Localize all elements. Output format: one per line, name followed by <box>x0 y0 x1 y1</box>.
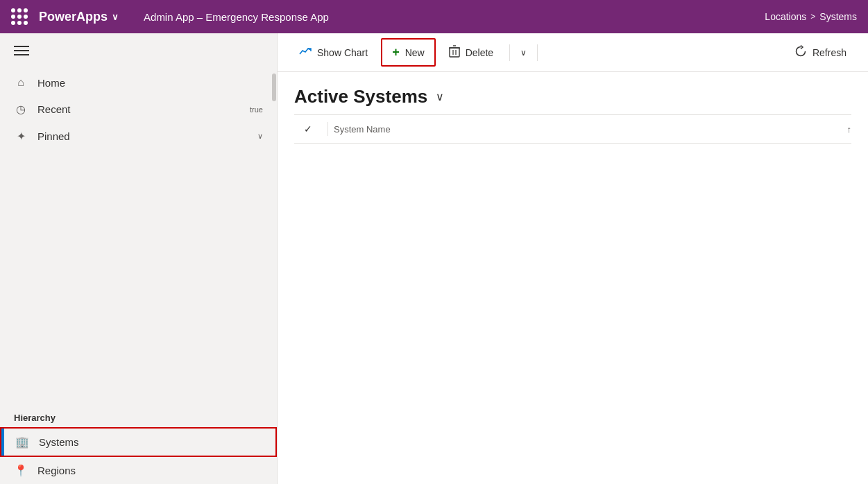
plus-icon: + <box>392 45 400 60</box>
show-chart-button[interactable]: Show Chart <box>289 40 378 66</box>
toolbar-divider-2 <box>537 44 538 61</box>
top-nav: PowerApps ∨ Admin App – Emergency Respon… <box>0 0 868 33</box>
toolbar: Show Chart + New Delete <box>278 33 868 72</box>
systems-label: Systems <box>39 436 79 448</box>
sidebar-nav: ⌂ Home ◷ Recent true ✦ Pinned ∨ <box>0 62 277 401</box>
refresh-icon <box>794 45 807 60</box>
sort-icon[interactable]: ↑ <box>847 124 852 135</box>
brand-chevron: ∨ <box>112 12 119 22</box>
system-name-header-label: System Name <box>334 124 391 135</box>
app-launcher-button[interactable] <box>11 8 28 25</box>
sidebar-item-regions[interactable]: 📍 Regions <box>0 457 277 484</box>
sidebar-item-home[interactable]: ⌂ Home <box>0 69 277 96</box>
dropdown-arrow-button[interactable]: ∨ <box>516 42 531 64</box>
chart-icon <box>299 46 312 60</box>
delete-button[interactable]: Delete <box>439 39 504 67</box>
check-icon: ✓ <box>304 123 312 135</box>
regions-label: Regions <box>37 465 76 476</box>
view-title: Active Systems <box>294 86 427 107</box>
chevron-down-icon: ∨ <box>520 48 527 58</box>
sidebar-item-recent[interactable]: ◷ Recent true <box>0 96 277 123</box>
toolbar-divider <box>509 44 510 61</box>
home-icon: ⌂ <box>14 76 28 89</box>
app-title: Admin App – Emergency Response App <box>144 11 329 23</box>
recent-chevron-icon: true <box>250 105 263 114</box>
active-indicator <box>1 429 4 456</box>
delete-label: Delete <box>466 47 493 58</box>
view-header: Active Systems ∨ <box>278 72 868 114</box>
systems-icon: 🏢 <box>15 435 29 449</box>
sidebar-item-systems[interactable]: 🏢 Systems <box>0 427 277 457</box>
refresh-label: Refresh <box>812 47 846 58</box>
trash-icon <box>449 45 460 60</box>
svg-rect-0 <box>450 48 459 57</box>
column-divider <box>327 122 328 136</box>
sidebar-item-pinned[interactable]: ✦ Pinned ∨ <box>0 123 277 150</box>
system-name-column-header[interactable]: System Name ↑ <box>334 124 851 135</box>
sidebar-recent-label: Recent <box>37 103 71 115</box>
pinned-chevron-icon: ∨ <box>257 132 263 141</box>
breadcrumb: Locations > Systems <box>765 11 857 22</box>
content-area: Show Chart + New Delete <box>278 33 868 484</box>
breadcrumb-systems: Systems <box>819 11 857 22</box>
brand-name: PowerApps <box>39 10 108 24</box>
refresh-button[interactable]: Refresh <box>784 39 857 67</box>
data-table: ✓ System Name ↑ <box>294 114 851 144</box>
brand-logo[interactable]: PowerApps ∨ <box>39 10 119 24</box>
sidebar-pinned-label: Pinned <box>37 130 70 142</box>
sidebar-top <box>0 33 277 62</box>
hierarchy-section-label: Hierarchy <box>0 401 277 427</box>
sidebar-home-label: Home <box>37 77 65 89</box>
new-label: New <box>405 47 425 58</box>
recent-icon: ◷ <box>14 103 28 116</box>
scrollbar-thumb <box>272 74 276 101</box>
sidebar-scrollbar[interactable] <box>271 67 277 484</box>
hamburger-button[interactable] <box>14 46 29 55</box>
table-header-row: ✓ System Name ↑ <box>294 115 851 144</box>
view-dropdown-icon[interactable]: ∨ <box>436 90 444 103</box>
pinned-icon: ✦ <box>14 130 28 143</box>
main-layout: ⌂ Home ◷ Recent true ✦ Pinned ∨ Hierarch… <box>0 33 868 484</box>
breadcrumb-separator: > <box>810 12 815 21</box>
table-checkbox-column[interactable]: ✓ <box>294 123 322 135</box>
show-chart-label: Show Chart <box>317 47 368 58</box>
regions-icon: 📍 <box>14 464 28 477</box>
new-button[interactable]: + New <box>381 38 436 67</box>
sidebar: ⌂ Home ◷ Recent true ✦ Pinned ∨ Hierarch… <box>0 33 278 484</box>
breadcrumb-locations[interactable]: Locations <box>765 11 806 22</box>
